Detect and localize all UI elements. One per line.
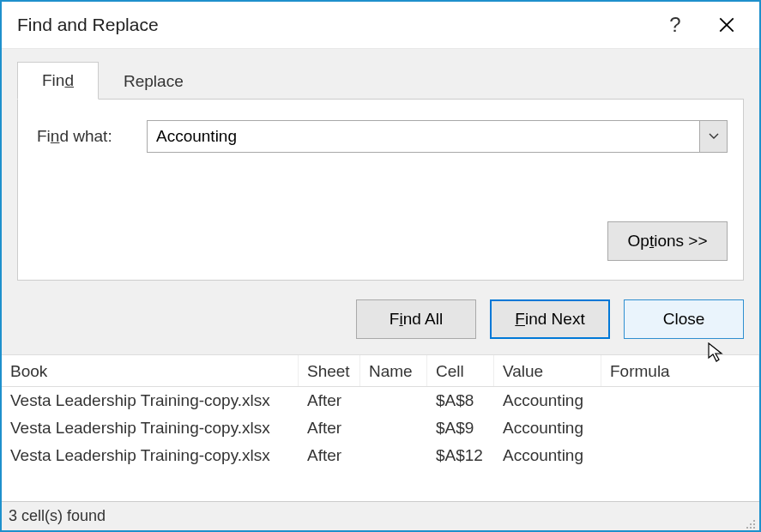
chevron-down-icon: [709, 133, 719, 140]
header-name[interactable]: Name: [360, 355, 427, 386]
titlebar: Find and Replace ?: [2, 2, 759, 48]
cell-name: [360, 414, 427, 442]
cell-cell: $A$8: [427, 387, 494, 414]
options-button[interactable]: Options >>: [607, 221, 728, 261]
dropdown-button[interactable]: [699, 121, 727, 152]
cell-sheet: After: [299, 442, 360, 469]
content-area: Find Replace Find what: Options >> Find …: [2, 48, 759, 354]
svg-point-2: [753, 520, 755, 522]
table-header: Book Sheet Name Cell Value Formula: [2, 355, 759, 387]
find-replace-dialog: Find and Replace ? Find Replace Find wha…: [0, 0, 761, 532]
cell-book: Vesta Leadership Training-copy.xlsx: [2, 442, 299, 469]
cell-formula: [601, 414, 759, 442]
cell-value: Accounting: [494, 387, 601, 414]
help-button[interactable]: ?: [649, 8, 701, 42]
table-body: Vesta Leadership Training-copy.xlsx Afte…: [2, 387, 759, 469]
statusbar: 3 cell(s) found: [2, 501, 759, 530]
status-text: 3 cell(s) found: [9, 507, 106, 525]
header-formula[interactable]: Formula: [601, 355, 759, 386]
cell-cell: $A$12: [427, 442, 494, 469]
cell-value: Accounting: [494, 414, 601, 442]
svg-point-3: [750, 523, 752, 525]
svg-point-7: [753, 527, 755, 529]
cell-sheet: After: [299, 414, 360, 442]
cell-formula: [601, 387, 759, 414]
find-what-input[interactable]: [148, 121, 699, 152]
svg-point-6: [750, 527, 752, 529]
svg-point-4: [753, 523, 755, 525]
cell-name: [360, 442, 427, 469]
find-input-wrap: [147, 120, 728, 153]
resize-grip[interactable]: [744, 516, 756, 528]
button-row: Find All Find Next Close: [17, 299, 744, 339]
close-button[interactable]: Close: [624, 299, 744, 339]
header-cell[interactable]: Cell: [427, 355, 494, 386]
close-icon[interactable]: [701, 8, 752, 42]
cell-sheet: After: [299, 387, 360, 414]
svg-point-5: [746, 527, 748, 529]
cell-cell: $A$9: [427, 414, 494, 442]
options-row: Options >>: [33, 221, 728, 261]
table-row[interactable]: Vesta Leadership Training-copy.xlsx Afte…: [2, 387, 759, 414]
table-row[interactable]: Vesta Leadership Training-copy.xlsx Afte…: [2, 414, 759, 442]
cell-name: [360, 387, 427, 414]
header-sheet[interactable]: Sheet: [299, 355, 360, 386]
cell-formula: [601, 442, 759, 469]
header-book[interactable]: Book: [2, 355, 299, 386]
cell-value: Accounting: [494, 442, 601, 469]
table-row[interactable]: Vesta Leadership Training-copy.xlsx Afte…: [2, 442, 759, 469]
cell-book: Vesta Leadership Training-copy.xlsx: [2, 387, 299, 414]
tab-find[interactable]: Find: [17, 62, 99, 100]
cell-book: Vesta Leadership Training-copy.xlsx: [2, 414, 299, 442]
dialog-title: Find and Replace: [17, 15, 649, 35]
tabs: Find Replace: [17, 61, 744, 99]
find-next-button[interactable]: Find Next: [490, 299, 610, 339]
results-table: Book Sheet Name Cell Value Formula Vesta…: [2, 354, 759, 501]
find-all-button[interactable]: Find All: [356, 299, 476, 339]
find-panel: Find what: Options >>: [17, 99, 744, 281]
find-what-row: Find what:: [33, 120, 728, 153]
find-what-label: Find what:: [33, 127, 126, 146]
header-value[interactable]: Value: [494, 355, 601, 386]
tab-replace[interactable]: Replace: [99, 63, 208, 100]
